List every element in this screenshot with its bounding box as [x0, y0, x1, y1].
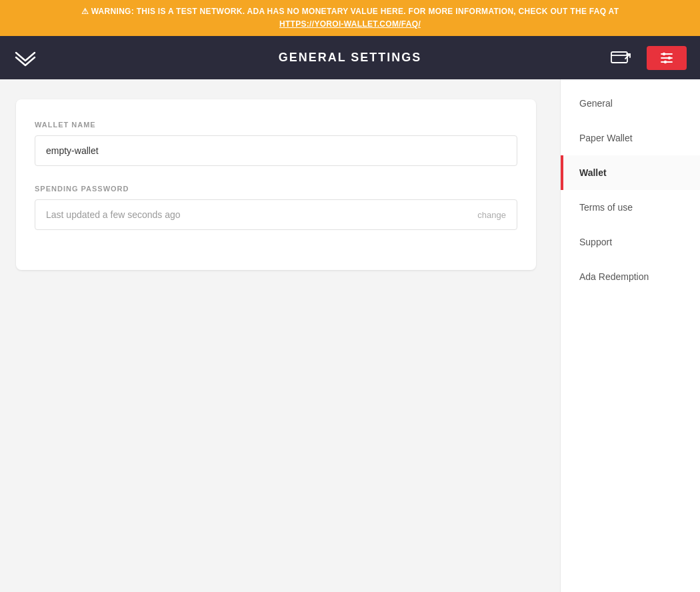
content-area: WALLET NAME SPENDING PASSWORD Last updat… [0, 79, 560, 592]
main-layout: WALLET NAME SPENDING PASSWORD Last updat… [0, 79, 700, 592]
warning-banner: ⚠ WARNING: THIS IS A TEST NETWORK. ADA H… [0, 0, 700, 36]
sidebar: General Paper Wallet Wallet Terms of use… [560, 79, 700, 592]
wallet-name-group: WALLET NAME [35, 121, 517, 166]
spending-password-group: SPENDING PASSWORD Last updated a few sec… [35, 185, 517, 230]
sidebar-item-terms-of-use[interactable]: Terms of use [561, 190, 700, 225]
settings-sliders-icon [659, 50, 675, 66]
page-title: GENERAL SETTINGS [279, 51, 422, 65]
logo-icon [13, 46, 37, 70]
sidebar-item-general[interactable]: General [561, 86, 700, 121]
spending-password-label: SPENDING PASSWORD [35, 185, 517, 193]
wallet-name-input[interactable] [35, 135, 517, 166]
svg-point-8 [664, 61, 667, 63]
change-password-button[interactable]: change [477, 210, 506, 220]
spending-password-row: Last updated a few seconds ago change [35, 199, 517, 230]
settings-button[interactable] [647, 46, 687, 70]
settings-card: WALLET NAME SPENDING PASSWORD Last updat… [16, 99, 536, 270]
warning-link[interactable]: HTTPS://YOROI-WALLET.COM/FAQ/ [11, 18, 689, 31]
warning-icon: ⚠ WARNING: THIS IS A TEST NETWORK. ADA H… [81, 7, 619, 16]
sidebar-item-support[interactable]: Support [561, 225, 700, 259]
wallet-send-icon [608, 45, 633, 71]
sidebar-item-paper-wallet[interactable]: Paper Wallet [561, 121, 700, 155]
password-last-updated: Last updated a few seconds ago [46, 209, 181, 220]
sidebar-item-wallet[interactable]: Wallet [561, 155, 700, 190]
svg-rect-0 [611, 52, 627, 63]
warning-text: WARNING: THIS IS A TEST NETWORK. ADA HAS… [91, 7, 619, 16]
header-actions [605, 43, 687, 73]
header: GENERAL SETTINGS [0, 36, 700, 79]
svg-point-6 [668, 57, 671, 59]
svg-point-4 [663, 53, 665, 55]
wallet-send-button[interactable] [605, 43, 636, 73]
sidebar-item-ada-redemption[interactable]: Ada Redemption [561, 259, 700, 294]
logo [13, 46, 37, 70]
wallet-name-label: WALLET NAME [35, 121, 517, 129]
